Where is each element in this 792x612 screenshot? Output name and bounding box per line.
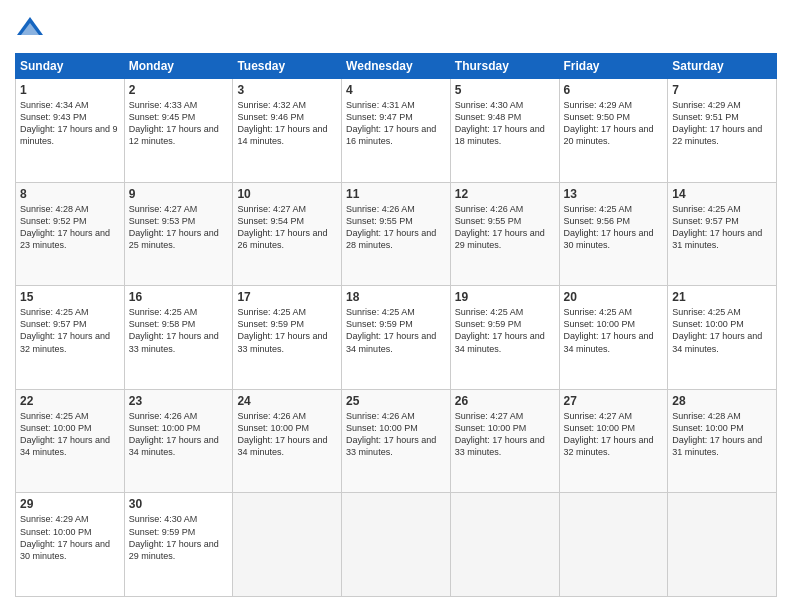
- day-number: 12: [455, 187, 555, 201]
- col-header-sunday: Sunday: [16, 54, 125, 79]
- cell-info: Sunrise: 4:26 AMSunset: 9:55 PMDaylight:…: [455, 204, 545, 250]
- col-header-tuesday: Tuesday: [233, 54, 342, 79]
- calendar-cell: 10 Sunrise: 4:27 AMSunset: 9:54 PMDaylig…: [233, 182, 342, 286]
- cell-info: Sunrise: 4:27 AMSunset: 10:00 PMDaylight…: [455, 411, 545, 457]
- cell-info: Sunrise: 4:26 AMSunset: 10:00 PMDaylight…: [237, 411, 327, 457]
- day-number: 9: [129, 187, 229, 201]
- cell-info: Sunrise: 4:25 AMSunset: 9:58 PMDaylight:…: [129, 307, 219, 353]
- day-number: 27: [564, 394, 664, 408]
- cell-info: Sunrise: 4:30 AMSunset: 9:48 PMDaylight:…: [455, 100, 545, 146]
- day-number: 1: [20, 83, 120, 97]
- calendar-cell: 4 Sunrise: 4:31 AMSunset: 9:47 PMDayligh…: [342, 79, 451, 183]
- calendar-cell: 15 Sunrise: 4:25 AMSunset: 9:57 PMDaylig…: [16, 286, 125, 390]
- calendar-cell: 2 Sunrise: 4:33 AMSunset: 9:45 PMDayligh…: [124, 79, 233, 183]
- day-number: 17: [237, 290, 337, 304]
- cell-info: Sunrise: 4:25 AMSunset: 9:57 PMDaylight:…: [672, 204, 762, 250]
- cell-info: Sunrise: 4:29 AMSunset: 9:51 PMDaylight:…: [672, 100, 762, 146]
- calendar-cell: 22 Sunrise: 4:25 AMSunset: 10:00 PMDayli…: [16, 389, 125, 493]
- calendar-week-3: 15 Sunrise: 4:25 AMSunset: 9:57 PMDaylig…: [16, 286, 777, 390]
- cell-info: Sunrise: 4:26 AMSunset: 9:55 PMDaylight:…: [346, 204, 436, 250]
- col-header-saturday: Saturday: [668, 54, 777, 79]
- calendar-cell: 30 Sunrise: 4:30 AMSunset: 9:59 PMDaylig…: [124, 493, 233, 597]
- col-header-wednesday: Wednesday: [342, 54, 451, 79]
- day-number: 29: [20, 497, 120, 511]
- cell-info: Sunrise: 4:34 AMSunset: 9:43 PMDaylight:…: [20, 100, 118, 146]
- calendar-cell: 1 Sunrise: 4:34 AMSunset: 9:43 PMDayligh…: [16, 79, 125, 183]
- cell-info: Sunrise: 4:25 AMSunset: 10:00 PMDaylight…: [564, 307, 654, 353]
- calendar-week-5: 29 Sunrise: 4:29 AMSunset: 10:00 PMDayli…: [16, 493, 777, 597]
- cell-info: Sunrise: 4:25 AMSunset: 10:00 PMDaylight…: [672, 307, 762, 353]
- col-header-monday: Monday: [124, 54, 233, 79]
- cell-info: Sunrise: 4:27 AMSunset: 10:00 PMDaylight…: [564, 411, 654, 457]
- calendar-cell: 6 Sunrise: 4:29 AMSunset: 9:50 PMDayligh…: [559, 79, 668, 183]
- cell-info: Sunrise: 4:26 AMSunset: 10:00 PMDaylight…: [346, 411, 436, 457]
- day-number: 8: [20, 187, 120, 201]
- cell-info: Sunrise: 4:27 AMSunset: 9:54 PMDaylight:…: [237, 204, 327, 250]
- day-number: 14: [672, 187, 772, 201]
- cell-info: Sunrise: 4:33 AMSunset: 9:45 PMDaylight:…: [129, 100, 219, 146]
- calendar-cell: 26 Sunrise: 4:27 AMSunset: 10:00 PMDayli…: [450, 389, 559, 493]
- day-number: 30: [129, 497, 229, 511]
- calendar-cell: 28 Sunrise: 4:28 AMSunset: 10:00 PMDayli…: [668, 389, 777, 493]
- day-number: 5: [455, 83, 555, 97]
- day-number: 10: [237, 187, 337, 201]
- day-number: 28: [672, 394, 772, 408]
- calendar-cell: [668, 493, 777, 597]
- calendar-cell: 3 Sunrise: 4:32 AMSunset: 9:46 PMDayligh…: [233, 79, 342, 183]
- cell-info: Sunrise: 4:29 AMSunset: 10:00 PMDaylight…: [20, 514, 110, 560]
- col-header-thursday: Thursday: [450, 54, 559, 79]
- cell-info: Sunrise: 4:28 AMSunset: 9:52 PMDaylight:…: [20, 204, 110, 250]
- calendar-week-2: 8 Sunrise: 4:28 AMSunset: 9:52 PMDayligh…: [16, 182, 777, 286]
- day-number: 19: [455, 290, 555, 304]
- calendar-cell: 24 Sunrise: 4:26 AMSunset: 10:00 PMDayli…: [233, 389, 342, 493]
- day-number: 3: [237, 83, 337, 97]
- calendar-week-4: 22 Sunrise: 4:25 AMSunset: 10:00 PMDayli…: [16, 389, 777, 493]
- calendar-cell: 20 Sunrise: 4:25 AMSunset: 10:00 PMDayli…: [559, 286, 668, 390]
- logo: [15, 15, 49, 45]
- cell-info: Sunrise: 4:25 AMSunset: 9:59 PMDaylight:…: [455, 307, 545, 353]
- day-number: 13: [564, 187, 664, 201]
- calendar-cell: 27 Sunrise: 4:27 AMSunset: 10:00 PMDayli…: [559, 389, 668, 493]
- calendar-cell: 12 Sunrise: 4:26 AMSunset: 9:55 PMDaylig…: [450, 182, 559, 286]
- day-number: 4: [346, 83, 446, 97]
- calendar-cell: 25 Sunrise: 4:26 AMSunset: 10:00 PMDayli…: [342, 389, 451, 493]
- day-number: 11: [346, 187, 446, 201]
- day-number: 18: [346, 290, 446, 304]
- calendar-cell: [450, 493, 559, 597]
- calendar-cell: 19 Sunrise: 4:25 AMSunset: 9:59 PMDaylig…: [450, 286, 559, 390]
- day-number: 6: [564, 83, 664, 97]
- cell-info: Sunrise: 4:25 AMSunset: 9:57 PMDaylight:…: [20, 307, 110, 353]
- cell-info: Sunrise: 4:32 AMSunset: 9:46 PMDaylight:…: [237, 100, 327, 146]
- day-number: 22: [20, 394, 120, 408]
- cell-info: Sunrise: 4:25 AMSunset: 9:59 PMDaylight:…: [237, 307, 327, 353]
- page: SundayMondayTuesdayWednesdayThursdayFrid…: [0, 0, 792, 612]
- col-header-friday: Friday: [559, 54, 668, 79]
- calendar-cell: 13 Sunrise: 4:25 AMSunset: 9:56 PMDaylig…: [559, 182, 668, 286]
- day-number: 16: [129, 290, 229, 304]
- calendar-header-row: SundayMondayTuesdayWednesdayThursdayFrid…: [16, 54, 777, 79]
- calendar-cell: 21 Sunrise: 4:25 AMSunset: 10:00 PMDayli…: [668, 286, 777, 390]
- day-number: 25: [346, 394, 446, 408]
- cell-info: Sunrise: 4:25 AMSunset: 10:00 PMDaylight…: [20, 411, 110, 457]
- calendar-cell: 9 Sunrise: 4:27 AMSunset: 9:53 PMDayligh…: [124, 182, 233, 286]
- calendar-cell: 11 Sunrise: 4:26 AMSunset: 9:55 PMDaylig…: [342, 182, 451, 286]
- day-number: 26: [455, 394, 555, 408]
- cell-info: Sunrise: 4:29 AMSunset: 9:50 PMDaylight:…: [564, 100, 654, 146]
- calendar-cell: 7 Sunrise: 4:29 AMSunset: 9:51 PMDayligh…: [668, 79, 777, 183]
- cell-info: Sunrise: 4:26 AMSunset: 10:00 PMDaylight…: [129, 411, 219, 457]
- day-number: 7: [672, 83, 772, 97]
- calendar-cell: 18 Sunrise: 4:25 AMSunset: 9:59 PMDaylig…: [342, 286, 451, 390]
- calendar-cell: [233, 493, 342, 597]
- calendar-cell: 29 Sunrise: 4:29 AMSunset: 10:00 PMDayli…: [16, 493, 125, 597]
- calendar-table: SundayMondayTuesdayWednesdayThursdayFrid…: [15, 53, 777, 597]
- logo-icon: [15, 15, 45, 45]
- day-number: 2: [129, 83, 229, 97]
- calendar-cell: [342, 493, 451, 597]
- calendar-cell: 17 Sunrise: 4:25 AMSunset: 9:59 PMDaylig…: [233, 286, 342, 390]
- cell-info: Sunrise: 4:25 AMSunset: 9:56 PMDaylight:…: [564, 204, 654, 250]
- calendar-cell: 23 Sunrise: 4:26 AMSunset: 10:00 PMDayli…: [124, 389, 233, 493]
- day-number: 21: [672, 290, 772, 304]
- cell-info: Sunrise: 4:30 AMSunset: 9:59 PMDaylight:…: [129, 514, 219, 560]
- day-number: 15: [20, 290, 120, 304]
- calendar-cell: 5 Sunrise: 4:30 AMSunset: 9:48 PMDayligh…: [450, 79, 559, 183]
